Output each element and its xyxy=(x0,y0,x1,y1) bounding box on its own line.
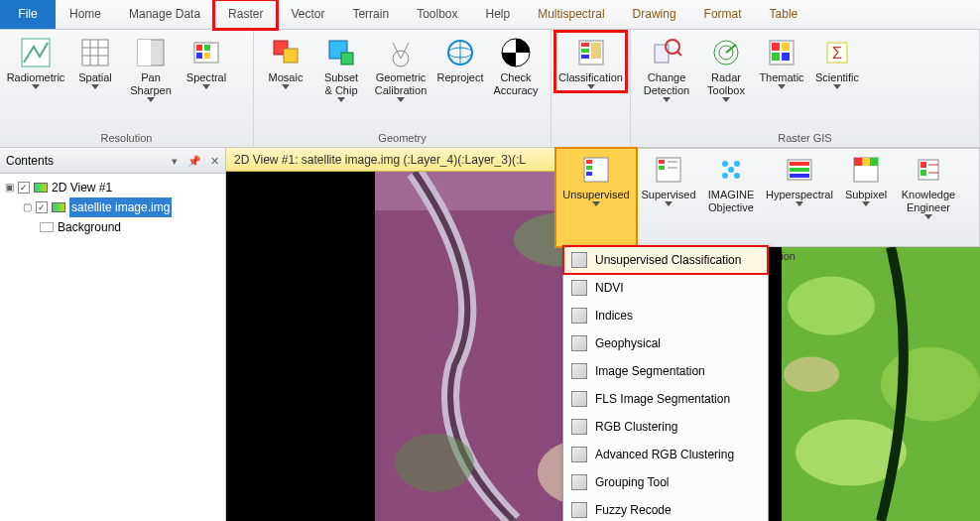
dropdown-item-unsupervised-classification[interactable]: Unsupervised Classification xyxy=(563,246,768,274)
dropdown-item-geophysical[interactable]: Geophysical xyxy=(563,329,768,357)
tool-pan-sharpen[interactable]: Pan Sharpen xyxy=(123,32,179,104)
svg-rect-18 xyxy=(581,43,589,47)
svg-rect-39 xyxy=(659,166,665,170)
classification-icon xyxy=(574,36,608,69)
dropdown-label: Image Segmentation xyxy=(595,364,705,378)
dropdown-icon xyxy=(571,280,587,296)
image-checkbox[interactable]: ✓ xyxy=(36,201,48,213)
contents-header: Contents ▾ 📌 ✕ xyxy=(0,148,225,174)
tool-mosaic[interactable]: Mosaic xyxy=(258,32,313,104)
svg-rect-55 xyxy=(920,170,926,176)
svg-rect-21 xyxy=(591,43,601,59)
svg-rect-5 xyxy=(196,45,202,51)
tool-geometric-calibration[interactable]: Geometric Calibration xyxy=(369,32,432,104)
tree-view-node[interactable]: ▣ ✓ 2D View #1 xyxy=(4,178,221,197)
menu-manage-data[interactable]: Manage Data xyxy=(115,0,214,29)
image-label: satellite image.img xyxy=(69,197,172,217)
svg-point-63 xyxy=(788,277,875,335)
imagine-obj-icon xyxy=(714,153,748,187)
menu-drawing[interactable]: Drawing xyxy=(619,0,690,29)
contents-pin-icon[interactable]: 📌 xyxy=(187,155,201,167)
dropdown-label: NDVI xyxy=(595,281,624,295)
menu-file[interactable]: File xyxy=(0,0,56,29)
tree-background-node[interactable]: Background xyxy=(4,217,221,237)
geom-cal-icon xyxy=(384,36,418,69)
contents-close-icon[interactable]: ✕ xyxy=(210,155,219,167)
tool-unsupervised[interactable]: Unsupervised xyxy=(556,149,636,246)
tree-image-node[interactable]: ▢ ✓ satellite image.img xyxy=(4,197,221,217)
tool-knowledge-engineer[interactable]: Knowledge Engineer xyxy=(894,149,963,246)
tool-classification[interactable]: Classification xyxy=(555,32,626,91)
view-icon xyxy=(34,183,48,193)
dropdown-item-image-segmentation[interactable]: Image Segmentation xyxy=(563,357,768,385)
dropdown-item-fuzzy-recode[interactable]: Fuzzy Recode xyxy=(563,496,768,521)
reproject-label: Reproject xyxy=(436,71,483,84)
view-checkbox[interactable]: ✓ xyxy=(18,182,30,194)
tool-scientific[interactable]: Σ Scientific xyxy=(809,32,865,104)
menu-multispectral[interactable]: Multispectral xyxy=(524,0,618,29)
group-raster-gis: Change Detection Radar Toolbox Thematic … xyxy=(631,30,980,147)
image-layer-icon xyxy=(52,202,65,212)
background-layer-icon xyxy=(40,222,54,232)
tool-thematic[interactable]: Thematic xyxy=(754,32,809,104)
svg-rect-30 xyxy=(782,53,790,61)
menu-toolbox[interactable]: Toolbox xyxy=(403,0,471,29)
svg-rect-19 xyxy=(581,49,589,53)
dropdown-icon xyxy=(571,419,587,435)
tool-radiometric[interactable]: Radiometric xyxy=(4,32,67,104)
tool-subset-chip[interactable]: Subset & Chip xyxy=(313,32,369,104)
subset-icon xyxy=(324,36,358,69)
dropdown-item-fls-image-segmentation[interactable]: FLS Image Segmentation xyxy=(563,385,768,413)
dropdown-label: Advanced RGB Clustering xyxy=(595,448,734,461)
tool-imagine-objective[interactable]: IMAGINE Objective xyxy=(701,149,761,246)
svg-point-41 xyxy=(734,161,740,167)
check-accuracy-label: Check Accuracy xyxy=(493,71,538,97)
pan-sharpen-icon xyxy=(134,36,168,69)
svg-rect-6 xyxy=(204,45,210,51)
mosaic-icon xyxy=(269,36,303,69)
change-detection-label: Change Detection xyxy=(644,71,689,97)
spatial-icon xyxy=(78,36,112,69)
menu-home[interactable]: Home xyxy=(56,0,115,29)
group-geometry: Mosaic Subset & Chip Geometric Calibrati… xyxy=(254,30,551,147)
dropdown-item-ndvi[interactable]: NDVI xyxy=(563,274,768,302)
dropdown-label: Grouping Tool xyxy=(595,475,670,489)
dropdown-item-advanced-rgb-clustering[interactable]: Advanced RGB Clustering xyxy=(563,441,768,468)
tool-spatial[interactable]: Spatial xyxy=(67,32,123,104)
tool-reproject[interactable]: Reproject xyxy=(432,32,488,104)
change-detection-icon xyxy=(650,36,683,69)
contents-pane: Contents ▾ 📌 ✕ ▣ ✓ 2D View #1 ▢ ✓ satell… xyxy=(0,148,226,521)
group-classification: Classification xyxy=(551,30,631,147)
menu-vector[interactable]: Vector xyxy=(277,0,338,29)
tool-hyperspectral[interactable]: Hyperspectral xyxy=(761,149,838,246)
tool-supervised[interactable]: Supervised xyxy=(636,149,701,246)
menu-format[interactable]: Format xyxy=(690,0,756,29)
group-classification-title xyxy=(555,132,626,147)
menu-help[interactable]: Help xyxy=(472,0,525,29)
contents-tree: ▣ ✓ 2D View #1 ▢ ✓ satellite image.img B… xyxy=(0,174,225,241)
svg-rect-35 xyxy=(586,166,592,170)
menu-raster[interactable]: Raster xyxy=(214,0,277,29)
collapse-icon[interactable]: ▣ xyxy=(4,178,14,197)
svg-rect-7 xyxy=(196,53,202,59)
dropdown-item-grouping-tool[interactable]: Grouping Tool xyxy=(563,468,768,496)
tool-change-detection[interactable]: Change Detection xyxy=(635,32,698,104)
menu-terrain[interactable]: Terrain xyxy=(338,0,403,29)
tool-spectral[interactable]: Spectral xyxy=(179,32,234,104)
dropdown-label: RGB Clustering xyxy=(595,420,677,434)
tool-radar-toolbox[interactable]: Radar Toolbox xyxy=(698,32,754,104)
unsupervised-dropdown: ion Unsupervised Classification NDVI Ind… xyxy=(562,245,769,521)
menu-table[interactable]: Table xyxy=(756,0,812,29)
svg-rect-48 xyxy=(790,174,809,178)
svg-rect-52 xyxy=(870,158,878,166)
contents-dropdown-icon[interactable]: ▾ xyxy=(172,155,178,167)
contents-title: Contents xyxy=(6,154,166,168)
dropdown-item-indices[interactable]: Indices xyxy=(563,302,768,329)
svg-rect-54 xyxy=(920,162,926,168)
svg-point-43 xyxy=(734,173,740,179)
hyperspectral-icon xyxy=(783,153,816,187)
tool-subpixel[interactable]: Subpixel xyxy=(838,149,894,246)
tool-check-accuracy[interactable]: Check Accuracy xyxy=(488,32,544,104)
expand-icon[interactable]: ▢ xyxy=(22,197,32,217)
dropdown-item-rgb-clustering[interactable]: RGB Clustering xyxy=(563,413,768,441)
